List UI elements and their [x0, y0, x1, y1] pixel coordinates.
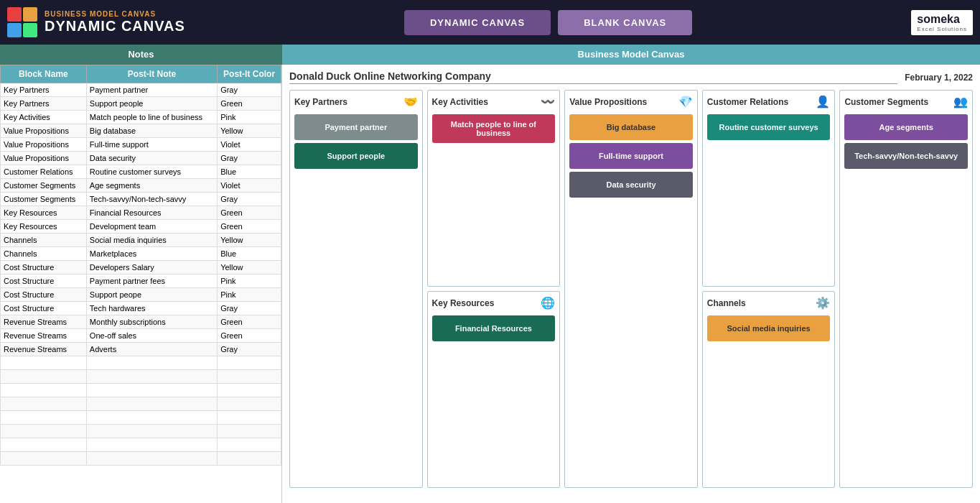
canvas-company: Donald Duck Online Networking Company	[289, 70, 897, 84]
cell-note: Payment partner fees	[86, 274, 217, 288]
key-partners-header: Key Partners 🤝	[294, 95, 418, 109]
table-row: ChannelsMarketplacesBlue	[1, 247, 281, 261]
cell-note: Monthly subscriptions	[86, 315, 217, 329]
cell-color: Yellow	[218, 234, 281, 247]
card-big-database: Big database	[569, 114, 693, 140]
key-activities-icon: 〰️	[541, 95, 555, 109]
cell-color: Pink	[218, 274, 281, 288]
cell-color: Violet	[218, 138, 281, 152]
value-propositions-block: Value Propositions 💎 Big database Full-t…	[564, 90, 698, 488]
brand-sub: Excel Solutions	[917, 26, 967, 32]
svg-rect-0	[7, 7, 22, 22]
cell-note: Full-time support	[86, 138, 217, 152]
table-row: Revenue StreamsMonthly subscriptionsGree…	[1, 315, 281, 329]
table-row: Value PropositionsFull-time supportViole…	[1, 138, 281, 152]
card-data-security: Data security	[569, 172, 693, 198]
main-content: Block Name Post-It Note Post-It Color Ke…	[0, 65, 980, 503]
cell-color: Gray	[218, 83, 281, 97]
cell-note: Social media inquiries	[86, 234, 217, 247]
cell-block-name: Key Resources	[1, 220, 87, 234]
cell-note: Development team	[86, 220, 217, 234]
cell-note: Match people to line of business	[86, 111, 217, 124]
customer-segments-col: Customer Segments 👥 Age segments Tech-sa…	[839, 90, 973, 488]
customer-relations-block: Customer Relations 👤 Routine customer su…	[702, 90, 836, 287]
cell-block-name: Customer Segments	[1, 179, 87, 193]
channels-header: Channels ⚙️	[707, 296, 831, 310]
section-headers: Notes Business Model Canvas	[0, 45, 980, 65]
header-subtitle: BUSINESS MODEL CANVAS	[45, 10, 185, 18]
canvas-date: February 1, 2022	[905, 73, 973, 83]
value-propositions-icon: 💎	[678, 95, 693, 109]
cell-note: Tech-savvy/Non-tech-savvy	[86, 193, 217, 206]
customer-relations-header: Customer Relations 👤	[707, 95, 831, 109]
table-row-empty	[1, 356, 281, 370]
table-row: Cost StructureSupport peopePink	[1, 288, 281, 302]
cell-block-name: Customer Relations	[1, 165, 87, 179]
key-resources-icon: 🌐	[541, 296, 555, 310]
table-row: Key ActivitiesMatch people to line of bu…	[1, 111, 281, 124]
cell-block-name: Channels	[1, 247, 87, 261]
card-fulltime-support: Full-time support	[569, 143, 693, 169]
cell-color: Gray	[218, 152, 281, 165]
card-routine-surveys: Routine customer surveys	[707, 114, 831, 140]
cell-color: Green	[218, 220, 281, 234]
channels-title: Channels	[707, 298, 746, 308]
card-age-segments: Age segments	[844, 114, 968, 140]
activities-resources-col: Key Activities 〰️ Match people to line o…	[427, 90, 561, 488]
cell-color: Yellow	[218, 124, 281, 138]
notes-section-header: Notes	[0, 45, 282, 65]
cell-note: One-off sales	[86, 329, 217, 343]
cell-color: Blue	[218, 165, 281, 179]
key-partners-icon: 🤝	[403, 95, 418, 109]
blank-canvas-button[interactable]: BLANK CANVAS	[558, 10, 692, 35]
cell-color: Violet	[218, 179, 281, 193]
notes-panel: Block Name Post-It Note Post-It Color Ke…	[0, 65, 282, 503]
cell-block-name: Cost Structure	[1, 302, 87, 315]
customer-relations-icon: 👤	[816, 95, 830, 109]
card-match-people: Match people to line of business	[432, 114, 556, 143]
cell-color: Green	[218, 206, 281, 220]
card-payment-partner: Payment partner	[294, 114, 418, 140]
cell-block-name: Value Propositions	[1, 124, 87, 138]
table-row: Cost StructurePayment partner feesPink	[1, 274, 281, 288]
cell-color: Gray	[218, 343, 281, 356]
table-row: Revenue StreamsOne-off salesGreen	[1, 329, 281, 343]
table-row: Value PropositionsData securityGray	[1, 152, 281, 165]
table-row: Key ResourcesFinancial ResourcesGreen	[1, 206, 281, 220]
app-header: BUSINESS MODEL CANVAS DYNAMIC CANVAS DYN…	[0, 0, 980, 45]
cell-color: Yellow	[218, 261, 281, 274]
cell-color: Green	[218, 329, 281, 343]
canvas-top-bar: Donald Duck Online Networking Company Fe…	[289, 70, 973, 84]
channels-block: Channels ⚙️ Social media inquiries	[702, 291, 836, 488]
header-main-title: DYNAMIC CANVAS	[45, 18, 185, 34]
cell-block-name: Value Propositions	[1, 152, 87, 165]
channels-icon: ⚙️	[816, 296, 830, 310]
cell-color: Green	[218, 97, 281, 111]
cell-block-name: Revenue Streams	[1, 343, 87, 356]
cell-block-name: Channels	[1, 234, 87, 247]
canvas-grid: Key Partners 🤝 Payment partner Support p…	[289, 90, 973, 488]
card-support-people: Support people	[294, 143, 418, 169]
table-row: ChannelsSocial media inquiriesYellow	[1, 234, 281, 247]
cell-note: Payment partner	[86, 83, 217, 97]
cell-block-name: Key Partners	[1, 83, 87, 97]
table-row: Key PartnersPayment partnerGray	[1, 83, 281, 97]
customer-segments-header: Customer Segments 👥	[844, 95, 968, 109]
cell-note: Big database	[86, 124, 217, 138]
cell-note: Marketplaces	[86, 247, 217, 261]
cell-note: Support people	[86, 97, 217, 111]
key-resources-block: Key Resources 🌐 Financial Resources	[427, 291, 561, 488]
cell-block-name: Revenue Streams	[1, 315, 87, 329]
cell-block-name: Cost Structure	[1, 288, 87, 302]
dynamic-canvas-button[interactable]: DYNAMIC CANVAS	[404, 10, 551, 35]
value-propositions-header: Value Propositions 💎	[569, 95, 693, 109]
relations-channels-col: Customer Relations 👤 Routine customer su…	[702, 90, 836, 488]
header-nav: DYNAMIC CANVAS BLANK CANVAS	[185, 10, 911, 35]
cell-block-name: Key Partners	[1, 97, 87, 111]
cell-note: Developers Salary	[86, 261, 217, 274]
col-header-block-name: Block Name	[1, 65, 87, 83]
cell-block-name: Customer Segments	[1, 193, 87, 206]
brand-name: someka	[917, 13, 967, 26]
table-row: Cost StructureTech hardwaresGray	[1, 302, 281, 315]
cell-note: Routine customer surveys	[86, 165, 217, 179]
